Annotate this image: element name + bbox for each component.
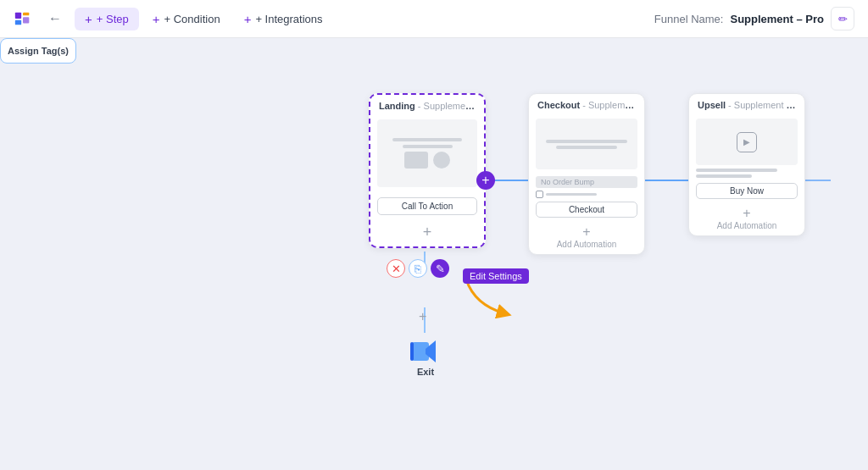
svg-rect-1	[23, 13, 29, 16]
assign-tags-add-button[interactable]: +	[419, 309, 426, 324]
step-button[interactable]: + + Step	[75, 8, 139, 30]
checkout-subtitle-text: - Supplement C...	[580, 100, 644, 110]
canvas: + Landing - Supplement La... Call To Act…	[0, 38, 868, 470]
no-order-bump-text: No Order Bump	[541, 178, 594, 186]
checkout-node[interactable]: Checkout - Supplement C... No Order Bump…	[528, 93, 645, 255]
upsell-add-automation[interactable]: + Add Automation	[689, 202, 804, 235]
upsell-cta-button[interactable]: Buy Now	[696, 183, 798, 199]
copy-button[interactable]: ⎘	[409, 259, 427, 278]
mock-line-2	[403, 145, 453, 148]
landing-node-body	[370, 114, 484, 192]
toolbar: ← + + Step + + Condition + + Integration…	[0, 0, 868, 38]
landing-subtitle-text: - Supplement La...	[415, 101, 484, 111]
condition-label: + Condition	[164, 13, 220, 25]
checkout-node-body	[529, 113, 644, 173]
mock-image	[404, 152, 428, 169]
delete-button[interactable]: ✕	[387, 259, 405, 278]
integrations-label: + Integrations	[255, 13, 322, 25]
back-button[interactable]: ←	[42, 6, 68, 31]
copy-icon: ⎘	[415, 263, 421, 275]
checkout-checkbox	[536, 191, 543, 198]
assign-tags-node[interactable]: Assign Tag(s)	[0, 38, 76, 64]
no-order-bump-label: No Order Bump	[536, 176, 637, 188]
delete-icon: ✕	[392, 263, 401, 275]
edit-settings-tooltip: Edit Settings	[463, 268, 529, 284]
exit-icon	[410, 339, 441, 364]
svg-rect-2	[15, 20, 21, 25]
landing-cta-label: Call To Action	[402, 202, 453, 211]
landing-node-title: Landing - Supplement La...	[370, 95, 484, 114]
upsell-cta-label: Buy Now	[730, 186, 764, 196]
upsell-add-automation-label: Add Automation	[717, 221, 777, 230]
landing-add-button[interactable]: +	[370, 222, 484, 246]
landing-node[interactable]: Landing - Supplement La... Call To Actio…	[369, 93, 486, 248]
exit-label: Exit	[417, 367, 434, 377]
assign-tags-label: Assign Tag(s)	[8, 46, 69, 56]
checkout-label-line	[546, 193, 597, 196]
upsell-subtitle-text: - Supplement U...	[726, 100, 801, 110]
app-logo	[14, 9, 32, 28]
landing-cta-button[interactable]: Call To Action	[377, 197, 477, 215]
funnel-name-prefix: Funnel Name:	[654, 13, 724, 25]
exit-node: Exit	[410, 339, 441, 377]
upsell-node[interactable]: Upsell - Supplement U... ▶ Buy Now + Add…	[688, 93, 805, 236]
checkout-line-2	[556, 146, 617, 149]
edit-settings-text: Edit Settings	[470, 271, 522, 281]
upsell-lines	[689, 169, 804, 181]
add-step-connector[interactable]: +	[476, 171, 495, 190]
upsell-title-text: Upsell	[698, 100, 726, 110]
checkout-cta-label: Checkout	[569, 205, 604, 214]
upsell-video-preview: ▶	[696, 119, 798, 165]
funnel-name-edit-button[interactable]: ✏	[831, 7, 854, 30]
toolbar-right: Funnel Name: Supplement – Pro ✏	[654, 7, 854, 30]
mock-line-1	[392, 138, 463, 141]
upsell-node-title: Upsell - Supplement U...	[689, 94, 804, 113]
checkout-line-1	[546, 140, 627, 143]
play-icon: ▶	[737, 132, 757, 152]
svg-rect-14	[410, 342, 414, 361]
funnel-name-value: Supplement – Pro	[730, 13, 824, 25]
checkout-add-automation[interactable]: + Add Automation	[529, 221, 644, 254]
settings-icon: ✎	[436, 263, 445, 275]
edit-pencil-icon: ✏	[838, 13, 848, 25]
integrations-button[interactable]: + + Integrations	[234, 8, 333, 30]
checkout-checkbox-row	[536, 191, 637, 198]
step-label: + Step	[97, 13, 129, 25]
svg-rect-0	[15, 13, 21, 19]
assign-tags-controls: ✕ ⎘ ✎	[387, 259, 449, 278]
upsell-line-1	[696, 169, 777, 172]
add-automation-plus-icon: +	[529, 224, 644, 240]
step-plus-icon: +	[85, 12, 92, 26]
checkout-node-title: Checkout - Supplement C...	[529, 94, 644, 113]
mock-circle	[433, 152, 450, 169]
upsell-line-2	[696, 174, 752, 178]
checkout-title-text: Checkout	[537, 100, 580, 110]
condition-plus-icon: +	[153, 12, 160, 26]
checkout-cta-button[interactable]: Checkout	[536, 202, 637, 218]
checkout-add-automation-label: Add Automation	[557, 240, 617, 249]
landing-title-text: Landing	[379, 101, 415, 111]
plus-icon: +	[481, 173, 489, 188]
upsell-add-automation-plus-icon: +	[689, 206, 804, 221]
settings-button[interactable]: ✎	[431, 259, 449, 278]
mock-row	[404, 152, 450, 169]
landing-preview	[377, 119, 477, 187]
integrations-plus-icon: +	[244, 12, 252, 26]
svg-rect-3	[23, 17, 29, 23]
checkout-preview	[536, 119, 637, 169]
condition-button[interactable]: + + Condition	[142, 8, 231, 30]
